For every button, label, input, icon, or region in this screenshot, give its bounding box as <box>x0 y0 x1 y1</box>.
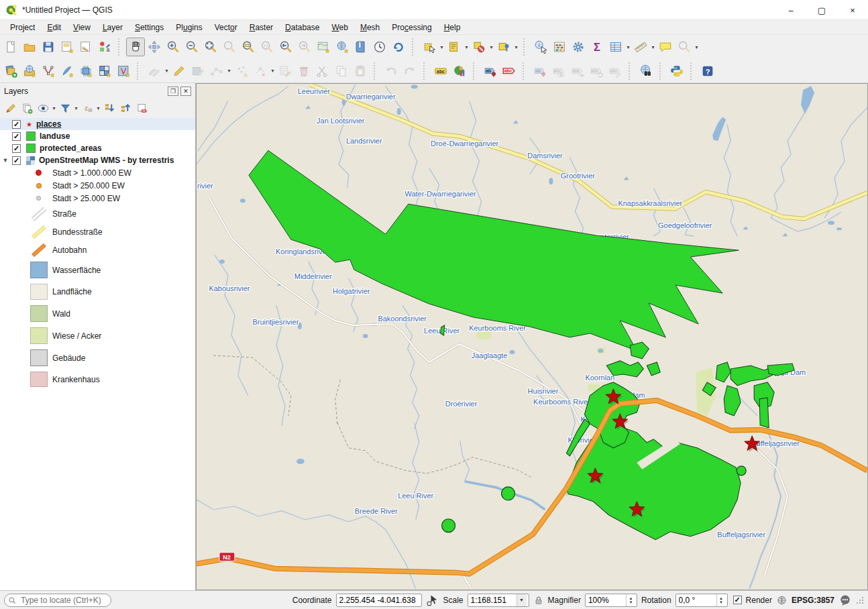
pan-map-button[interactable] <box>126 38 145 56</box>
panel-close-button[interactable]: ✕ <box>180 87 191 96</box>
menu-raster[interactable]: Raster <box>243 21 279 34</box>
select-features-dropdown-arrow[interactable]: ▾ <box>439 44 445 50</box>
metasearch-button[interactable] <box>637 62 655 80</box>
rotate-label-button[interactable]: abc <box>587 62 606 80</box>
open-attribute-table-button[interactable] <box>606 38 625 56</box>
show-layout-manager-button[interactable] <box>76 38 95 56</box>
scale-dropdown-arrow[interactable]: ▼ <box>517 594 527 606</box>
add-virtual-layer-button[interactable] <box>114 62 133 80</box>
vertex-tool-button[interactable] <box>251 62 270 80</box>
style-manager-button[interactable]: a <box>95 38 114 56</box>
zoom-to-layer-button[interactable] <box>239 38 258 56</box>
filter-legend-button[interactable] <box>57 100 73 116</box>
rotation-input[interactable] <box>676 594 716 606</box>
legend-item[interactable]: Bundesstraße <box>0 223 195 241</box>
magnifier-spinner[interactable]: ▲▼ <box>626 594 635 606</box>
new-print-layout-button[interactable] <box>58 38 76 56</box>
add-point-feature-button[interactable] <box>232 62 251 80</box>
menu-edit[interactable]: Edit <box>41 21 67 34</box>
magnifier-input[interactable] <box>586 594 626 606</box>
legend-item[interactable]: Straße <box>0 205 195 223</box>
digitize-with-segment-dropdown-arrow[interactable]: ▾ <box>226 68 232 74</box>
vertex-tool-dropdown-arrow[interactable]: ▾ <box>270 68 276 74</box>
menu-database[interactable]: Database <box>279 21 325 34</box>
locator-search-input[interactable] <box>4 594 111 607</box>
menu-vector[interactable]: Vector <box>209 21 243 34</box>
zoom-full-extent-button[interactable] <box>201 38 220 56</box>
measure-button[interactable] <box>631 38 650 56</box>
show-sum-of-features-button[interactable]: Σ <box>588 38 606 56</box>
expand-all-button[interactable] <box>101 100 117 116</box>
zoom-out-button[interactable] <box>182 38 201 56</box>
lock-scale-icon[interactable] <box>533 594 544 607</box>
crs-globe-icon[interactable] <box>776 594 788 607</box>
filter-legend-dropdown-arrow[interactable]: ▾ <box>73 105 79 111</box>
maximize-button[interactable]: ▢ <box>806 0 837 20</box>
pin-labels-button[interactable]: ab <box>481 62 500 80</box>
refresh-map-button[interactable] <box>389 38 408 56</box>
legend-item[interactable]: Autobahn <box>0 241 195 259</box>
menu-layer[interactable]: Layer <box>97 21 129 34</box>
rotation-spinner[interactable]: ▲▼ <box>716 594 726 606</box>
paste-features-button[interactable] <box>351 62 370 80</box>
coordinate-input[interactable] <box>337 594 420 606</box>
statistical-summary-button[interactable] <box>550 38 569 56</box>
zoom-to-selection-button[interactable] <box>220 38 239 56</box>
deselect-features-button[interactable] <box>470 38 488 56</box>
collapse-all-button[interactable] <box>117 100 133 116</box>
locator-search-button[interactable] <box>675 38 694 56</box>
show-bookmarks-button[interactable] <box>351 38 370 56</box>
save-project-button[interactable] <box>39 38 58 56</box>
toggle-editing-button[interactable] <box>170 62 188 80</box>
add-group-button[interactable] <box>19 100 35 116</box>
current-edits-button[interactable] <box>145 62 164 80</box>
menu-mesh[interactable]: Mesh <box>354 21 386 34</box>
map-canvas[interactable]: LeeurivierDwarriegarivierJan Lootsrivier… <box>197 84 867 590</box>
legend-item[interactable]: Wald <box>0 302 195 325</box>
zoom-next-button[interactable] <box>295 38 314 56</box>
menu-plugins[interactable]: Plugins <box>170 21 208 34</box>
layer-visibility-checkbox[interactable]: ✓ <box>12 144 21 153</box>
undo-button[interactable] <box>382 62 400 80</box>
change-label-button[interactable]: abc <box>606 62 625 80</box>
menu-processing[interactable]: Processing <box>386 21 437 34</box>
panel-float-button[interactable]: ❐ <box>168 87 178 96</box>
menu-settings[interactable]: Settings <box>129 21 170 34</box>
identify-features-button[interactable]: i <box>531 38 550 56</box>
legend-item[interactable]: Landfläche <box>0 281 195 302</box>
help-contents-button[interactable]: ? <box>698 62 717 80</box>
legend-item[interactable]: Stadt > 25.000 EW <box>0 192 195 205</box>
filter-by-expression-button[interactable]: ε <box>79 100 95 116</box>
current-edits-dropdown-arrow[interactable]: ▾ <box>164 68 170 74</box>
open-layer-styling-button[interactable] <box>3 100 19 116</box>
legend-item[interactable]: Stadt > 250.000 EW <box>0 179 195 192</box>
temporal-controller-button[interactable] <box>370 38 389 56</box>
layer-expander[interactable]: ▼ <box>0 157 11 164</box>
new-3d-map-view-button[interactable] <box>333 38 351 56</box>
layer-visibility-checkbox[interactable]: ✓ <box>12 156 21 165</box>
select-features-button[interactable] <box>420 38 439 56</box>
measure-dropdown-arrow[interactable]: ▾ <box>650 44 656 50</box>
save-layer-edits-button[interactable] <box>188 62 207 80</box>
legend-item[interactable]: Wiese / Acker <box>0 325 195 347</box>
layer-diagram-options-button[interactable] <box>450 62 469 80</box>
add-vector-layer-button[interactable] <box>39 62 58 80</box>
map-tips-button[interactable] <box>656 38 675 56</box>
zoom-native-button[interactable]: 1:1 <box>258 38 276 56</box>
layer-visibility-checkbox[interactable]: ✓ <box>12 120 21 129</box>
highlight-pinned-labels-button[interactable]: abc <box>500 62 519 80</box>
zoom-last-button[interactable] <box>276 38 295 56</box>
scale-input[interactable] <box>468 594 517 606</box>
select-features-by-value-dropdown-arrow[interactable]: ▾ <box>464 44 470 50</box>
menu-web[interactable]: Web <box>325 21 354 34</box>
filter-by-expression-dropdown-arrow[interactable]: ▾ <box>95 105 101 111</box>
select-features-by-value-button[interactable] <box>445 38 464 56</box>
resize-grip[interactable] <box>856 596 864 604</box>
modify-attributes-button[interactable] <box>276 62 294 80</box>
legend-item[interactable]: Gebäude <box>0 347 195 369</box>
select-by-location-button[interactable] <box>494 38 513 56</box>
layer-labeling-options-button[interactable]: abc <box>431 62 450 80</box>
render-checkbox[interactable]: ✓ <box>733 596 742 604</box>
menu-help[interactable]: Help <box>438 21 467 34</box>
deselect-features-dropdown-arrow[interactable]: ▾ <box>488 44 494 50</box>
